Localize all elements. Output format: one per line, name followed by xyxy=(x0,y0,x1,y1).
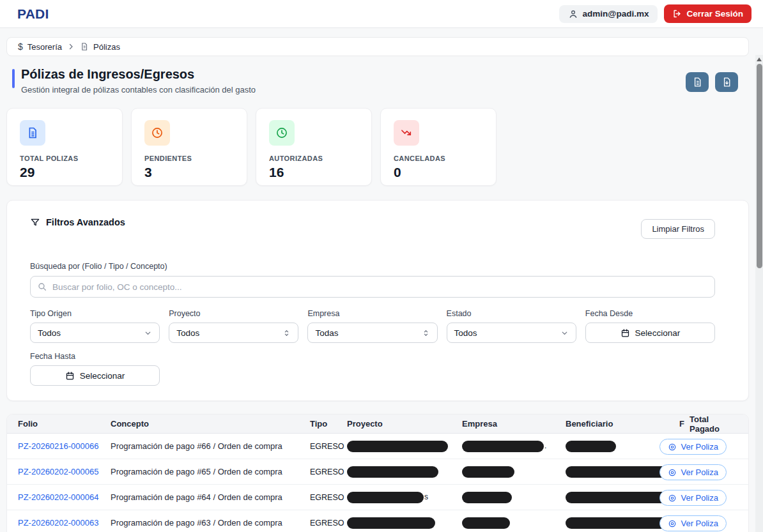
search-icon xyxy=(37,282,47,292)
stat-value: 16 xyxy=(269,165,358,180)
proyecto-cell: s xyxy=(347,492,462,503)
concepto-cell: Programación de pago #63 / Orden de comp… xyxy=(111,518,310,528)
filter-field: Proyecto Todos xyxy=(169,309,298,343)
tipo-cell: EGRESO xyxy=(310,467,347,476)
breadcrumb-item-polizas[interactable]: Pólizas xyxy=(80,42,120,52)
clock-icon xyxy=(151,126,164,139)
filters-title: Filtros Avanzados xyxy=(46,217,125,227)
filter-value: Todos xyxy=(176,328,282,338)
filters-panel: Filtros Avanzados Limpiar Filtros Búsque… xyxy=(6,200,749,401)
scrollbar-up-arrow-icon[interactable] xyxy=(757,57,762,61)
folio-link[interactable]: PZ-20260216-000066 xyxy=(18,441,99,451)
page-subtitle: Gestión integral de pólizas contables co… xyxy=(21,85,256,95)
scrollbar-thumb[interactable] xyxy=(757,64,762,268)
download-file-button[interactable] xyxy=(715,72,738,92)
filter-value: Todos xyxy=(38,328,144,338)
filter-field: Tipo Origen Todos xyxy=(30,309,160,343)
ver-poliza-button[interactable]: Ver Poliza xyxy=(659,439,727,455)
document-icon xyxy=(80,42,89,51)
filter-field-label: Tipo Origen xyxy=(30,309,160,318)
user-email-pill[interactable]: admin@padi.mx xyxy=(559,5,658,23)
title-accent-bar xyxy=(12,69,15,88)
clear-filters-button[interactable]: Limpiar Filtros xyxy=(641,219,715,239)
logout-button[interactable]: Cerrar Sesión xyxy=(664,4,751,23)
table-body: PZ-20260216-000066 Programación de pago … xyxy=(7,434,748,532)
ver-poliza-button[interactable]: Ver Poliza xyxy=(659,515,727,531)
filter-value: Seleccionar xyxy=(80,371,125,381)
calendar-icon xyxy=(65,371,75,381)
export-document-button[interactable] xyxy=(686,72,709,92)
breadcrumb: $ Tesorería Pólizas xyxy=(6,37,749,56)
ver-poliza-button[interactable]: Ver Poliza xyxy=(659,490,727,506)
filter-control[interactable]: Todos xyxy=(30,323,160,343)
filter-row-2: Fecha Hasta Seleccionar xyxy=(30,352,715,386)
chevron-down-icon xyxy=(560,329,569,337)
stat-value: 3 xyxy=(144,165,234,180)
column-header-proyecto: Proyecto xyxy=(347,419,462,429)
tipo-cell: EGRESO xyxy=(310,493,347,502)
ver-poliza-button[interactable]: Ver Poliza xyxy=(659,464,727,480)
empresa-cell xyxy=(462,466,566,478)
ver-poliza-label: Ver Poliza xyxy=(681,519,718,528)
concepto-cell: Programación de pago #66 / Orden de comp… xyxy=(111,441,310,451)
filter-field: Estado Todos xyxy=(447,309,576,343)
redaction-bar xyxy=(347,517,435,529)
user-icon xyxy=(568,9,578,19)
filter-control[interactable]: Seleccionar xyxy=(585,323,715,343)
trending-down-icon xyxy=(400,126,413,139)
search-input[interactable] xyxy=(30,276,715,298)
filter-control[interactable]: Todos xyxy=(447,323,576,343)
filter-row-1: Tipo Origen Todos Proyecto Todos xyxy=(30,309,715,343)
chevron-right-icon xyxy=(67,43,75,50)
table-header-row: Folio Concepto Tipo Proyecto Empresa Ben… xyxy=(7,414,748,434)
empresa-cell xyxy=(462,492,566,503)
stat-value: 29 xyxy=(20,165,109,180)
logout-icon xyxy=(672,9,682,19)
filter-funnel-icon xyxy=(30,217,40,227)
redaction-bar xyxy=(462,441,544,452)
empresa-cell: . xyxy=(462,441,566,452)
filter-control[interactable]: Todas xyxy=(307,323,437,343)
ver-poliza-label: Ver Poliza xyxy=(681,467,718,477)
redaction-bar xyxy=(462,517,510,529)
folio-link[interactable]: PZ-20260202-000065 xyxy=(18,467,99,476)
filter-control[interactable]: Todos xyxy=(169,323,298,343)
filter-control[interactable]: Seleccionar xyxy=(30,365,160,386)
breadcrumb-item-tesoreria[interactable]: $ Tesorería xyxy=(18,42,62,52)
user-email: admin@padi.mx xyxy=(583,9,649,19)
redaction-bar xyxy=(566,441,616,452)
page-header: Pólizas de Ingresos/Egresos Gestión inte… xyxy=(6,67,749,95)
table-row: PZ-20260202-000064 Programación de pago … xyxy=(7,485,748,510)
filter-field-label: Empresa xyxy=(307,309,437,318)
logout-label: Cerrar Sesión xyxy=(686,9,743,19)
filter-value: Seleccionar xyxy=(635,328,681,338)
concepto-cell: Programación de pago #64 / Orden de comp… xyxy=(111,492,310,502)
polizas-table: Folio Concepto Tipo Proyecto Empresa Ben… xyxy=(6,414,749,532)
filter-field: Empresa Todas xyxy=(307,309,437,343)
filter-value: Todas xyxy=(315,328,421,338)
stat-label: PENDIENTES xyxy=(144,155,234,162)
clock-icon xyxy=(275,126,288,139)
redaction-trail: s xyxy=(424,492,428,501)
folio-link[interactable]: PZ-20260202-000064 xyxy=(18,492,99,502)
dollar-icon: $ xyxy=(18,42,23,52)
chevron-down-icon xyxy=(144,329,152,337)
stats-row: TOTAL POLIZAS 29 PENDIENTES 3 xyxy=(6,108,749,186)
filter-field-label: Fecha Desde xyxy=(585,309,715,318)
eye-icon xyxy=(668,519,677,528)
file-download-icon xyxy=(721,77,732,87)
brand-logo[interactable]: PADI xyxy=(17,6,49,22)
eye-icon xyxy=(668,494,677,503)
stat-card: PENDIENTES 3 xyxy=(131,108,247,186)
redaction-trail: . xyxy=(544,441,546,450)
column-header-total-pagado: Total Pagado xyxy=(690,414,737,434)
folio-link[interactable]: PZ-20260202-000063 xyxy=(18,518,99,528)
search-label: Búsqueda por (Folio / Tipo / Concepto) xyxy=(30,262,715,271)
filter-field-label: Estado xyxy=(447,309,576,318)
eye-icon xyxy=(668,443,677,452)
stat-card: AUTORIZADAS 16 xyxy=(256,108,372,186)
document-icon xyxy=(26,126,39,139)
stat-label: CANCELADAS xyxy=(394,155,483,162)
table-row: PZ-20260202-000065 Programación de pago … xyxy=(7,459,748,485)
redaction-bar xyxy=(566,517,673,529)
